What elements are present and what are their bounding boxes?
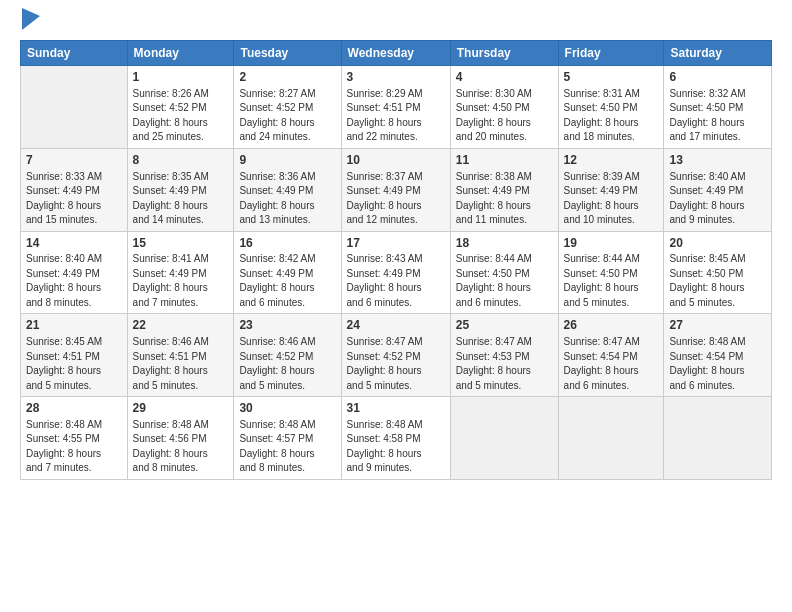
calendar-cell: 31Sunrise: 8:48 AM Sunset: 4:58 PM Dayli… [341, 397, 450, 480]
calendar-cell: 19Sunrise: 8:44 AM Sunset: 4:50 PM Dayli… [558, 231, 664, 314]
calendar-day-header: Wednesday [341, 41, 450, 66]
calendar-cell: 25Sunrise: 8:47 AM Sunset: 4:53 PM Dayli… [450, 314, 558, 397]
day-number: 25 [456, 317, 553, 334]
calendar-cell: 15Sunrise: 8:41 AM Sunset: 4:49 PM Dayli… [127, 231, 234, 314]
day-info: Sunrise: 8:30 AM Sunset: 4:50 PM Dayligh… [456, 87, 553, 145]
day-info: Sunrise: 8:38 AM Sunset: 4:49 PM Dayligh… [456, 170, 553, 228]
day-number: 7 [26, 152, 122, 169]
calendar-day-header: Sunday [21, 41, 128, 66]
day-number: 20 [669, 235, 766, 252]
day-number: 10 [347, 152, 445, 169]
calendar-cell: 26Sunrise: 8:47 AM Sunset: 4:54 PM Dayli… [558, 314, 664, 397]
calendar-cell: 21Sunrise: 8:45 AM Sunset: 4:51 PM Dayli… [21, 314, 128, 397]
day-info: Sunrise: 8:48 AM Sunset: 4:56 PM Dayligh… [133, 418, 229, 476]
day-info: Sunrise: 8:46 AM Sunset: 4:51 PM Dayligh… [133, 335, 229, 393]
calendar-cell: 2Sunrise: 8:27 AM Sunset: 4:52 PM Daylig… [234, 66, 341, 149]
day-number: 23 [239, 317, 335, 334]
calendar-cell: 18Sunrise: 8:44 AM Sunset: 4:50 PM Dayli… [450, 231, 558, 314]
day-info: Sunrise: 8:27 AM Sunset: 4:52 PM Dayligh… [239, 87, 335, 145]
calendar-header-row: SundayMondayTuesdayWednesdayThursdayFrid… [21, 41, 772, 66]
calendar-cell: 16Sunrise: 8:42 AM Sunset: 4:49 PM Dayli… [234, 231, 341, 314]
calendar-cell: 9Sunrise: 8:36 AM Sunset: 4:49 PM Daylig… [234, 148, 341, 231]
day-number: 22 [133, 317, 229, 334]
day-info: Sunrise: 8:40 AM Sunset: 4:49 PM Dayligh… [26, 252, 122, 310]
day-info: Sunrise: 8:33 AM Sunset: 4:49 PM Dayligh… [26, 170, 122, 228]
calendar-cell [21, 66, 128, 149]
day-number: 5 [564, 69, 659, 86]
day-number: 31 [347, 400, 445, 417]
calendar-day-header: Friday [558, 41, 664, 66]
calendar-cell: 1Sunrise: 8:26 AM Sunset: 4:52 PM Daylig… [127, 66, 234, 149]
calendar-cell: 30Sunrise: 8:48 AM Sunset: 4:57 PM Dayli… [234, 397, 341, 480]
day-number: 9 [239, 152, 335, 169]
calendar-table: SundayMondayTuesdayWednesdayThursdayFrid… [20, 40, 772, 480]
day-info: Sunrise: 8:37 AM Sunset: 4:49 PM Dayligh… [347, 170, 445, 228]
day-info: Sunrise: 8:44 AM Sunset: 4:50 PM Dayligh… [456, 252, 553, 310]
day-number: 6 [669, 69, 766, 86]
day-number: 24 [347, 317, 445, 334]
calendar-cell [558, 397, 664, 480]
day-info: Sunrise: 8:44 AM Sunset: 4:50 PM Dayligh… [564, 252, 659, 310]
day-number: 11 [456, 152, 553, 169]
calendar-cell: 12Sunrise: 8:39 AM Sunset: 4:49 PM Dayli… [558, 148, 664, 231]
calendar-cell: 7Sunrise: 8:33 AM Sunset: 4:49 PM Daylig… [21, 148, 128, 231]
calendar-cell: 24Sunrise: 8:47 AM Sunset: 4:52 PM Dayli… [341, 314, 450, 397]
logo-icon [22, 8, 40, 30]
calendar-week-row: 1Sunrise: 8:26 AM Sunset: 4:52 PM Daylig… [21, 66, 772, 149]
calendar-cell: 5Sunrise: 8:31 AM Sunset: 4:50 PM Daylig… [558, 66, 664, 149]
day-number: 29 [133, 400, 229, 417]
day-info: Sunrise: 8:47 AM Sunset: 4:52 PM Dayligh… [347, 335, 445, 393]
calendar-day-header: Monday [127, 41, 234, 66]
day-info: Sunrise: 8:40 AM Sunset: 4:49 PM Dayligh… [669, 170, 766, 228]
day-info: Sunrise: 8:48 AM Sunset: 4:54 PM Dayligh… [669, 335, 766, 393]
day-info: Sunrise: 8:26 AM Sunset: 4:52 PM Dayligh… [133, 87, 229, 145]
day-info: Sunrise: 8:32 AM Sunset: 4:50 PM Dayligh… [669, 87, 766, 145]
day-number: 1 [133, 69, 229, 86]
day-number: 19 [564, 235, 659, 252]
calendar-cell: 4Sunrise: 8:30 AM Sunset: 4:50 PM Daylig… [450, 66, 558, 149]
day-info: Sunrise: 8:47 AM Sunset: 4:53 PM Dayligh… [456, 335, 553, 393]
calendar-cell: 27Sunrise: 8:48 AM Sunset: 4:54 PM Dayli… [664, 314, 772, 397]
day-number: 3 [347, 69, 445, 86]
day-number: 16 [239, 235, 335, 252]
day-info: Sunrise: 8:35 AM Sunset: 4:49 PM Dayligh… [133, 170, 229, 228]
calendar-cell: 6Sunrise: 8:32 AM Sunset: 4:50 PM Daylig… [664, 66, 772, 149]
day-number: 2 [239, 69, 335, 86]
calendar-cell: 22Sunrise: 8:46 AM Sunset: 4:51 PM Dayli… [127, 314, 234, 397]
day-info: Sunrise: 8:36 AM Sunset: 4:49 PM Dayligh… [239, 170, 335, 228]
day-number: 26 [564, 317, 659, 334]
day-number: 18 [456, 235, 553, 252]
calendar-week-row: 21Sunrise: 8:45 AM Sunset: 4:51 PM Dayli… [21, 314, 772, 397]
day-number: 27 [669, 317, 766, 334]
calendar-cell: 23Sunrise: 8:46 AM Sunset: 4:52 PM Dayli… [234, 314, 341, 397]
day-number: 4 [456, 69, 553, 86]
day-info: Sunrise: 8:45 AM Sunset: 4:51 PM Dayligh… [26, 335, 122, 393]
calendar-day-header: Thursday [450, 41, 558, 66]
day-number: 21 [26, 317, 122, 334]
calendar-day-header: Tuesday [234, 41, 341, 66]
calendar-cell: 8Sunrise: 8:35 AM Sunset: 4:49 PM Daylig… [127, 148, 234, 231]
logo [20, 16, 40, 30]
calendar-cell: 14Sunrise: 8:40 AM Sunset: 4:49 PM Dayli… [21, 231, 128, 314]
day-number: 28 [26, 400, 122, 417]
day-info: Sunrise: 8:45 AM Sunset: 4:50 PM Dayligh… [669, 252, 766, 310]
calendar-cell: 11Sunrise: 8:38 AM Sunset: 4:49 PM Dayli… [450, 148, 558, 231]
day-info: Sunrise: 8:43 AM Sunset: 4:49 PM Dayligh… [347, 252, 445, 310]
calendar-week-row: 28Sunrise: 8:48 AM Sunset: 4:55 PM Dayli… [21, 397, 772, 480]
day-info: Sunrise: 8:46 AM Sunset: 4:52 PM Dayligh… [239, 335, 335, 393]
day-number: 12 [564, 152, 659, 169]
calendar-cell [450, 397, 558, 480]
day-info: Sunrise: 8:42 AM Sunset: 4:49 PM Dayligh… [239, 252, 335, 310]
calendar-cell: 28Sunrise: 8:48 AM Sunset: 4:55 PM Dayli… [21, 397, 128, 480]
day-info: Sunrise: 8:48 AM Sunset: 4:55 PM Dayligh… [26, 418, 122, 476]
page: SundayMondayTuesdayWednesdayThursdayFrid… [0, 0, 792, 612]
header [20, 16, 772, 30]
calendar-week-row: 7Sunrise: 8:33 AM Sunset: 4:49 PM Daylig… [21, 148, 772, 231]
day-number: 14 [26, 235, 122, 252]
calendar-cell: 3Sunrise: 8:29 AM Sunset: 4:51 PM Daylig… [341, 66, 450, 149]
day-info: Sunrise: 8:47 AM Sunset: 4:54 PM Dayligh… [564, 335, 659, 393]
day-info: Sunrise: 8:31 AM Sunset: 4:50 PM Dayligh… [564, 87, 659, 145]
day-number: 8 [133, 152, 229, 169]
calendar-cell: 20Sunrise: 8:45 AM Sunset: 4:50 PM Dayli… [664, 231, 772, 314]
day-number: 17 [347, 235, 445, 252]
